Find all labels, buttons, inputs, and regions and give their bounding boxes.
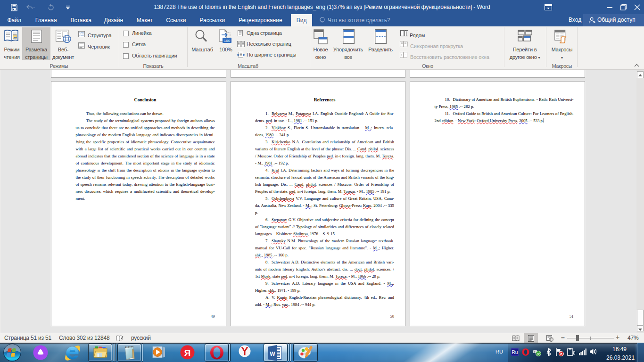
svg-text:W: W	[270, 351, 275, 357]
svg-text:100: 100	[224, 39, 231, 43]
svg-text:Я: Я	[184, 348, 191, 358]
svg-text:Ru: Ru	[512, 350, 518, 355]
